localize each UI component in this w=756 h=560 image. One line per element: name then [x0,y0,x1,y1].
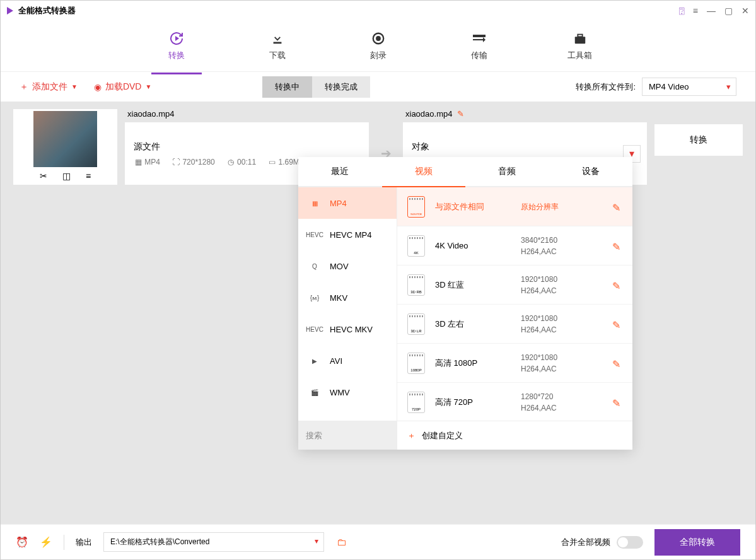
preset-name: 与源文件相同 [435,201,511,213]
convert-all-to: 转换所有文件到: MP4 Video [576,78,736,96]
app-logo-icon [7,7,13,15]
format-type-icon: 🎬 [308,387,321,397]
format-item-mp4[interactable]: ▦MP4 [298,187,397,219]
add-file-button[interactable]: ＋ 添加文件 ▼ [20,81,78,93]
convert-button[interactable]: 转换 [654,124,743,156]
nav-convert-label: 转换 [168,50,185,61]
preset-item[interactable]: 3D LR3D 左右1920*1080H264,AAC [397,305,632,344]
minimize-button[interactable]: — [707,6,716,16]
nav-transfer[interactable]: 传输 [454,24,504,68]
preset-name: 高清 720P [435,397,511,408]
format-type-icon: {ᴍ} [308,293,321,303]
preset-icon: 1080P [407,353,425,374]
load-dvd-button[interactable]: ◉ 加载DVD ▼ [94,81,151,93]
convert-all-select[interactable]: MP4 Video [642,78,736,96]
source-duration: 00:11 [237,158,256,166]
preset-icon: source [407,196,425,218]
format-item-mov[interactable]: QMOV [298,250,397,282]
format-item-mkv[interactable]: {ᴍ}MKV [298,282,397,313]
chevron-down-icon: ▼ [71,83,78,90]
video-thumbnail[interactable] [33,111,97,167]
merge-toggle[interactable] [617,536,643,549]
convert-all-button[interactable]: 全部转换 [654,529,740,556]
source-header: 源文件 [134,141,360,153]
popup-tab-device[interactable]: 设备 [549,157,633,186]
edit-preset-icon[interactable] [612,202,622,212]
format-name: WMV [330,388,350,397]
svg-rect-3 [473,35,486,37]
source-filename: xiaodao.mp4 [125,109,369,119]
preset-list[interactable]: source与源文件相同原始分辨率4K4K Video3840*2160H264… [397,187,632,421]
preset-detail: 1280*720H264,AAC [521,391,602,414]
nav-toolbox-label: 工具箱 [567,50,592,61]
effects-icon[interactable]: ≡ [86,171,91,181]
bottom-bar: ⏰ ⚡ 输出 E:\全能格式转换器\Converted 🗀 合并全部视频 全部转… [1,524,755,559]
convert-icon [169,31,184,46]
preset-item[interactable]: 3D RB3D 红蓝1920*1080H264,AAC [397,265,632,305]
popup-tab-recent[interactable]: 最近 [298,157,382,186]
target-filename[interactable]: xiaodao.mp4 [405,109,452,119]
preset-item[interactable]: source与源文件相同原始分辨率 [397,187,632,226]
create-custom-button[interactable]: ＋ 创建自定义 [397,421,632,450]
nav-download[interactable]: 下载 [252,24,303,68]
output-label: 输出 [76,537,92,548]
preset-item[interactable]: 1080P高清 1080P1920*1080H264,AAC [397,344,632,383]
maximize-button[interactable]: ▢ [724,6,733,16]
tab-converting[interactable]: 转换中 [262,76,312,98]
preset-item[interactable]: 720P高清 720P1280*720H264,AAC [397,383,632,421]
preset-item[interactable]: 4K4K Video3840*2160H264,AAC [397,226,632,265]
preset-detail: 1920*1080H264,AAC [521,313,602,335]
content-area: ✂ ◫ ≡ xiaodao.mp4 源文件 ▦ MP4 ⛶ 720*1280 ◷… [1,102,755,524]
thumbnail-column: ✂ ◫ ≡ [13,109,117,185]
open-folder-icon[interactable]: 🗀 [335,536,348,549]
preset-icon: 3D LR [407,313,425,335]
folder-icon: ▭ [267,158,276,166]
crop-icon[interactable]: ◫ [62,171,71,181]
preset-icon: 720P [407,392,425,413]
format-type-icon: Q [308,261,321,271]
preset-detail: 1920*1080H264,AAC [521,352,602,375]
format-item-avi[interactable]: ▶AVI [298,345,397,376]
output-path-select[interactable]: E:\全能格式转换器\Converted [103,532,324,552]
plus-icon: ＋ [20,81,28,93]
edit-preset-icon[interactable] [612,241,622,251]
cut-icon[interactable]: ✂ [40,171,47,181]
tab-completed[interactable]: 转换完成 [312,76,370,98]
add-file-label: 添加文件 [32,81,67,93]
preset-detail: 3840*2160H264,AAC [521,235,602,257]
close-button[interactable]: ✕ [741,6,749,16]
convert-all-label: 转换所有文件到: [576,81,636,93]
schedule-icon[interactable]: ⏰ [16,536,28,549]
chevron-down-icon: ▼ [145,83,151,90]
thumb-tools: ✂ ◫ ≡ [13,167,117,185]
source-format: MP4 [144,158,160,166]
load-dvd-label: 加载DVD [105,81,142,93]
svg-marker-0 [175,36,179,41]
format-name: MP4 [330,199,347,208]
edit-preset-icon[interactable] [612,358,622,368]
edit-preset-icon[interactable] [612,280,622,290]
transfer-icon [472,31,487,46]
format-name: MKV [330,293,347,303]
format-list[interactable]: ▦MP4HEVCHEVC MP4QMOV{ᴍ}MKVHEVCHEVC MKV▶A… [298,187,397,421]
edit-preset-icon[interactable] [612,397,622,407]
format-item-hevc-mkv[interactable]: HEVCHEVC MKV [298,313,397,345]
edit-preset-icon[interactable] [612,319,622,329]
account-icon[interactable]: ⍰ [679,6,684,16]
format-item-hevc-mp4[interactable]: HEVCHEVC MP4 [298,219,397,250]
menu-icon[interactable]: ≡ [693,6,698,16]
format-item-wmv[interactable]: 🎬WMV [298,376,397,408]
gpu-accel-icon[interactable]: ⚡ [40,536,52,549]
edit-name-icon[interactable]: ✎ [457,109,464,119]
nav-burn[interactable]: 刻录 [353,24,404,68]
nav-toolbox[interactable]: 工具箱 [555,24,605,68]
nav-convert[interactable]: 转换 [151,24,202,68]
titlebar: 全能格式转换器 ⍰ ≡ — ▢ ✕ [1,1,755,21]
search-input[interactable]: 搜索 [298,421,397,450]
popup-tab-video[interactable]: 视频 [382,157,466,186]
preset-name: 3D 红蓝 [435,279,511,291]
popup-tab-audio[interactable]: 音频 [465,157,549,186]
format-type-icon: ▶ [308,356,321,366]
preset-detail: 原始分辨率 [521,201,602,213]
format-name: MOV [330,262,349,271]
